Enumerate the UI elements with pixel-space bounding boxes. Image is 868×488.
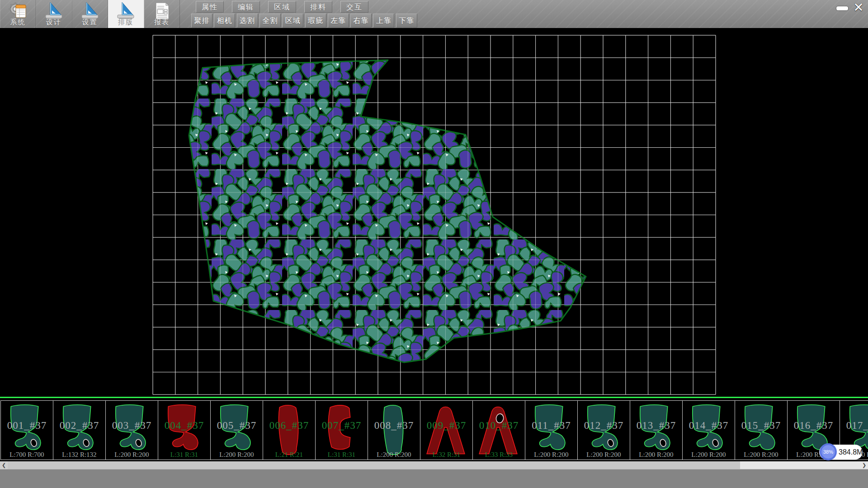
settings-icon	[80, 1, 100, 20]
thumbnail-cell-011[interactable]: 011_#37L:200 R:200	[525, 400, 578, 460]
piece-lr-count: L:200 R:200	[106, 451, 158, 459]
thumbnail-cell-013[interactable]: 013_#37L:200 R:200	[630, 400, 683, 460]
strip-top-border	[0, 397, 868, 398]
thumbnail-cell-005[interactable]: 005_#37L:200 R:200	[210, 400, 263, 460]
piece-id-label: 003_#37	[106, 420, 158, 432]
design-icon	[44, 1, 64, 20]
app-button-design[interactable]: 设计	[36, 0, 72, 28]
thumbnail-cell-006[interactable]: 006_#37L:21 R:21	[263, 400, 316, 460]
tool-button-7[interactable]: 左靠	[328, 14, 349, 28]
memory-value: 384.8M	[839, 445, 863, 460]
piece-id-label: 002_#37	[53, 420, 105, 432]
minimize-icon	[836, 6, 848, 10]
tool-button-1[interactable]: 聚排	[191, 14, 212, 28]
app-button-label: 设计	[36, 18, 72, 27]
piece-id-label: 011_#37	[525, 420, 577, 432]
menu-tab-4[interactable]: 排料	[304, 1, 332, 13]
piece-lr-count: L:200 R:200	[683, 451, 735, 459]
thumbnail-cell-004[interactable]: 004_#37L:31 R:31	[158, 400, 211, 460]
piece-id-label: 001_#37	[1, 420, 53, 432]
pieces-thumbnail-strip: 001_#37L:700 R:700002_#37L:132 R:132003_…	[0, 397, 868, 461]
progress-circle: 38%	[820, 443, 837, 460]
thumbnail-cell-012[interactable]: 012_#37L:200 R:200	[577, 400, 630, 460]
tool-button-2[interactable]: 相机	[214, 14, 235, 28]
scroll-left-arrow[interactable]: ❮	[0, 461, 8, 469]
thumbnail-cell-009[interactable]: 009_#37L:32 R:31	[420, 400, 473, 460]
thumbnail-cell-001[interactable]: 001_#37L:700 R:700	[0, 400, 53, 460]
nesting-canvas[interactable]	[0, 28, 868, 397]
piece-lr-count: L:200 R:200	[368, 451, 420, 459]
piece-id-label: 007_#37	[316, 420, 368, 432]
tool-button-8[interactable]: 右靠	[350, 14, 372, 28]
horizontal-scrollbar[interactable]: ❮ ❯	[0, 461, 868, 469]
ribbon-titlebar: 系统设计设置排版报表 属性编辑区域排料交互 聚排相机选割全割区域瑕疵左靠右靠上靠…	[0, 0, 868, 28]
thumbnail-cell-015[interactable]: 015_#37L:200 R:200	[735, 400, 788, 460]
thumbnail-cell-010[interactable]: 010_#37L:33 R:33	[472, 400, 525, 460]
progress-percent: 38%	[821, 445, 835, 459]
piece-lr-count: L:31 R:31	[158, 451, 210, 459]
app-button-nesting[interactable]: 排版	[108, 0, 144, 28]
thumbnail-cell-002[interactable]: 002_#37L:132 R:132	[53, 400, 106, 460]
scroll-right-arrow[interactable]: ❯	[860, 461, 868, 469]
application-window: 系统设计设置排版报表 属性编辑区域排料交互 聚排相机选割全割区域瑕疵左靠右靠上靠…	[0, 0, 868, 488]
system-icon	[8, 1, 28, 20]
canvas-svg	[0, 28, 868, 397]
piece-id-label: 014_#37	[683, 420, 735, 432]
app-button-report[interactable]: 报表	[144, 0, 180, 28]
piece-id-label: 012_#37	[578, 420, 630, 432]
piece-id-label: 008_#37	[368, 420, 420, 432]
thumbnail-cell-014[interactable]: 014_#37L:200 R:200	[682, 400, 735, 460]
bottom-window-area	[0, 469, 868, 488]
app-button-label: 报表	[144, 18, 179, 27]
app-button-label: 排版	[108, 18, 144, 27]
menu-tab-5[interactable]: 交互	[340, 1, 368, 13]
piece-id-label: 010_#37	[473, 420, 525, 432]
thumbnail-cell-008[interactable]: 008_#37L:200 R:200	[368, 400, 420, 460]
leather-hide-nest[interactable]	[189, 60, 586, 362]
tool-button-4[interactable]: 全割	[259, 14, 281, 28]
minimize-button[interactable]	[835, 1, 849, 14]
menu-tab-1[interactable]: 属性	[196, 1, 224, 13]
piece-id-label: 004_#37	[158, 420, 210, 432]
tool-button-6[interactable]: 瑕疵	[305, 14, 326, 28]
piece-id-label: 006_#37	[263, 420, 315, 432]
piece-lr-count: L:200 R:200	[630, 451, 682, 459]
close-button[interactable]: ✕	[851, 1, 866, 14]
piece-lr-count: L:132 R:132	[53, 451, 105, 459]
menu-tab-2[interactable]: 编辑	[232, 1, 260, 13]
thumbnail-cell-003[interactable]: 003_#37L:200 R:200	[105, 400, 158, 460]
piece-lr-count: L:33 R:33	[473, 451, 525, 459]
piece-lr-count: L:700 R:700	[1, 451, 53, 459]
nesting-icon	[116, 1, 136, 20]
scrollbar-thumb[interactable]	[8, 461, 740, 469]
thumbnail-cells: 001_#37L:700 R:700002_#37L:132 R:132003_…	[0, 400, 868, 460]
piece-lr-count: L:200 R:200	[211, 451, 263, 459]
piece-id-label: 015_#37	[735, 420, 787, 432]
thumbnail-cell-007[interactable]: 007_#37L:31 R:31	[315, 400, 368, 460]
tool-button-9[interactable]: 上靠	[373, 14, 394, 28]
piece-id-label: 013_#37	[630, 420, 682, 432]
tool-button-10[interactable]: 下靠	[396, 14, 417, 28]
piece-id-label: 009_#37	[420, 420, 472, 432]
app-button-label: 系统	[0, 18, 36, 27]
tool-button-5[interactable]: 区域	[282, 14, 303, 28]
app-button-label: 设置	[72, 18, 108, 27]
piece-lr-count: L:31 R:31	[316, 451, 368, 459]
report-icon	[152, 1, 172, 20]
piece-lr-count: L:200 R:200	[525, 451, 577, 459]
piece-lr-count: L:200 R:200	[735, 451, 787, 459]
status-badge[interactable]: 38% 384.8M	[819, 445, 863, 460]
app-button-settings[interactable]: 设置	[72, 0, 108, 28]
tool-button-3[interactable]: 选割	[237, 14, 258, 28]
piece-lr-count: L:32 R:31	[420, 451, 472, 459]
piece-id-label: 017_#37	[840, 420, 868, 432]
app-button-system[interactable]: 系统	[0, 0, 36, 28]
piece-lr-count: L:200 R:200	[578, 451, 630, 459]
menu-tab-3[interactable]: 区域	[268, 1, 296, 13]
piece-id-label: 005_#37	[211, 420, 263, 432]
piece-id-label: 016_#37	[788, 420, 840, 432]
piece-lr-count: L:21 R:21	[263, 451, 315, 459]
